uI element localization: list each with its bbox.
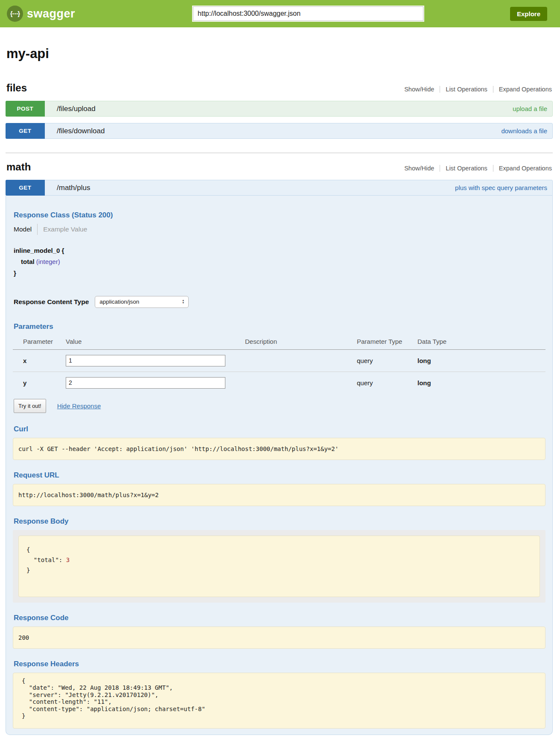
response-body-heading: Response Body [14,517,545,526]
parameter-y-value-input[interactable] [66,377,225,389]
response-class-heading: Response Class (Status 200) [14,211,545,220]
operation-summary[interactable]: downloads a file [501,127,547,135]
response-body-value: { "total": 3 } [18,536,540,597]
response-code-value: 200 [13,627,545,649]
page-title: my-api [6,46,553,62]
parameter-x-value-input[interactable] [66,355,225,366]
tab-example-value[interactable]: Example Value [37,224,87,235]
files-show-hide-link[interactable]: Show/Hide [399,86,440,93]
col-data-type: Data Type [417,335,545,350]
parameter-name: y [13,372,66,394]
selected-content-type: application/json [99,299,139,305]
operation-path[interactable]: /files/download [57,127,105,135]
operation-path[interactable]: /math/plus [57,184,90,192]
model-close-line: } [14,268,545,279]
parameter-description [245,372,357,394]
explore-button[interactable]: Explore [510,7,547,21]
model-tabs: Model Example Value [14,224,545,235]
parameter-type: query [357,372,417,394]
response-headers-heading: Response Headers [14,660,545,668]
math-expand-operations-link[interactable]: Expand Operations [493,165,553,172]
response-content-type-row: Response Content Type application/json ▲… [14,296,545,308]
col-parameter-type: Parameter Type [357,335,417,350]
model-property: total (integer) [14,256,545,267]
try-it-out-button[interactable]: Try it out! [14,399,46,413]
section-header-math: math Show/Hide List Operations Expand Op… [6,161,553,173]
property-type: (integer) [36,258,60,265]
model-signature: inline_model_0 { total (integer) } [14,245,545,279]
operation-details-panel: Response Class (Status 200) Model Exampl… [6,196,553,735]
response-content-type-select[interactable]: application/json ▲ ▼ [95,296,189,308]
parameter-data-type: long [417,372,545,394]
logo-text: swagger [27,7,75,20]
parameter-description [245,349,357,372]
http-method-badge-get: GET [6,180,45,196]
parameter-row-x: x query long [13,349,545,372]
section-divider [6,152,553,153]
http-method-badge-get: GET [6,123,45,139]
swagger-logo[interactable]: {⋯} swagger [7,6,75,22]
http-method-badge-post: POST [6,101,45,117]
select-updown-arrows-icon: ▲ ▼ [182,299,184,304]
try-it-out-row: Try it out! Hide Response [14,399,545,413]
section-controls-files: Show/Hide List Operations Expand Operati… [399,86,553,93]
request-url-heading: Request URL [14,471,545,480]
math-list-operations-link[interactable]: List Operations [440,165,493,172]
top-bar: {⋯} swagger Explore [0,0,560,27]
response-body-container: { "total": 3 } [13,530,545,603]
response-code-heading: Response Code [14,614,545,622]
model-open-line: inline_model_0 { [14,245,545,256]
request-url-value: http://localhost:3000/math/plus?x=1&y=2 [13,484,545,506]
operation-summary[interactable]: upload a file [513,105,547,112]
operation-row-get-math-plus[interactable]: GET /math/plus plus with spec query para… [6,180,553,196]
api-container: my-api files Show/Hide List Operations E… [6,46,553,738]
files-expand-operations-link[interactable]: Expand Operations [493,86,553,93]
col-parameter: Parameter [13,335,66,350]
response-headers-value: { "date": "Wed, 22 Aug 2018 18:49:13 GMT… [13,673,545,729]
response-content-type-label: Response Content Type [14,298,89,306]
json-number-value: 3 [66,556,70,563]
parameters-header-row: Parameter Value Description Parameter Ty… [13,335,545,350]
swagger-braces-icon: {⋯} [7,6,23,22]
tab-model[interactable]: Model [14,224,37,235]
operation-row-get-files-download[interactable]: GET /files/download downloads a file [6,123,553,139]
section-header-files: files Show/Hide List Operations Expand O… [6,82,553,94]
parameter-data-type: long [417,349,545,372]
parameter-name: x [13,349,66,372]
spec-url-input[interactable] [193,6,423,21]
section-title-files: files [6,82,27,94]
files-list-operations-link[interactable]: List Operations [440,86,493,93]
math-show-hide-link[interactable]: Show/Hide [399,165,440,172]
operation-path[interactable]: /files/upload [57,105,96,113]
parameters-heading: Parameters [14,322,545,331]
curl-command: curl -X GET --header 'Accept: applicatio… [13,438,545,460]
section-title-math: math [6,161,31,173]
operation-summary[interactable]: plus with spec query parameters [455,184,547,191]
curl-heading: Curl [14,425,545,433]
parameter-row-y: y query long [13,372,545,394]
col-value: Value [66,335,245,350]
operation-row-post-files-upload[interactable]: POST /files/upload upload a file [6,101,553,117]
parameters-table: Parameter Value Description Parameter Ty… [13,335,545,394]
parameter-type: query [357,349,417,372]
col-description: Description [245,335,357,350]
section-controls-math: Show/Hide List Operations Expand Operati… [399,165,553,172]
hide-response-link[interactable]: Hide Response [57,402,101,410]
